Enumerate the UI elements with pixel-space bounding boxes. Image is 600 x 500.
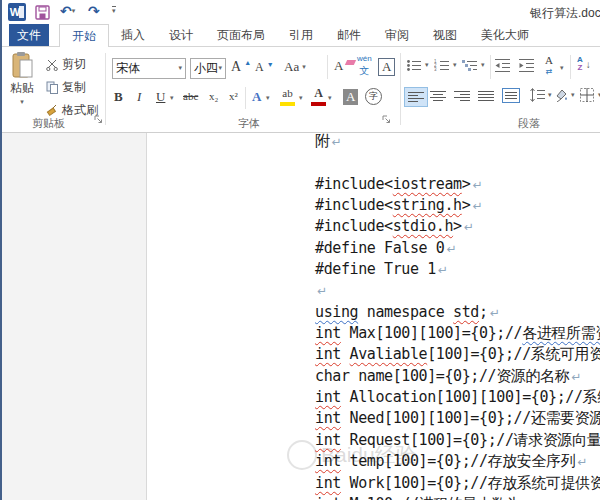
font-color-dropdown-icon[interactable]: ▾ xyxy=(328,95,332,102)
increase-indent-button[interactable] xyxy=(519,59,535,72)
change-case-button[interactable]: Aa ▾ xyxy=(284,59,306,75)
bullets-button[interactable]: ▾ xyxy=(406,59,429,72)
tab-strip: 开始插入设计页面布局引用邮件审阅视图美化大师 xyxy=(49,24,541,46)
sort-button[interactable]: A Z ↓ xyxy=(577,56,591,72)
highlight-button[interactable]: ab xyxy=(280,88,295,106)
line-spacing-button[interactable]: ▾ xyxy=(530,88,552,102)
tab-设计[interactable]: 设计 xyxy=(157,24,205,46)
copy-label: 复制 xyxy=(62,79,86,96)
underline-dropdown-icon[interactable]: ▾ xyxy=(170,95,174,102)
align-center-button[interactable] xyxy=(430,90,446,102)
shading-dropdown-icon: ▾ xyxy=(571,92,575,99)
paste-dropdown-icon[interactable]: ▾ xyxy=(20,99,24,106)
customize-qat-button[interactable]: ▾ xyxy=(112,6,116,15)
code-line: #include<iostream>↵ xyxy=(315,174,600,195)
code-segment: [100]={0};//系统可用资源 xyxy=(427,345,600,363)
shading-button[interactable]: ▾ xyxy=(554,88,575,102)
sort-z-glyph: Z xyxy=(577,64,582,72)
cut-button[interactable]: 剪切 xyxy=(46,56,86,73)
shrink-font-button[interactable]: A▼ xyxy=(255,60,274,75)
tab-插入[interactable]: 插入 xyxy=(109,24,157,46)
tab-file[interactable]: 文件 xyxy=(9,24,49,46)
grammar-flagged-text: 各进程所需资 xyxy=(522,324,600,342)
code-segment: Request[100]={0};//请求资源向量 xyxy=(341,431,600,449)
paragraph-mark-icon: ↵ xyxy=(446,242,456,256)
align-left-button[interactable] xyxy=(404,87,428,107)
justify-button[interactable] xyxy=(478,90,494,102)
code-segment: temp[100]={0};//存放安全序列 xyxy=(341,452,575,470)
spellcheck-flagged-text: std xyxy=(453,303,479,321)
tab-邮件[interactable]: 邮件 xyxy=(325,24,373,46)
superscript-button[interactable]: x² xyxy=(229,90,238,102)
spellcheck-flagged-text: int xyxy=(315,452,341,470)
redo-button[interactable]: ↷ xyxy=(88,3,100,19)
spellcheck-flagged-text: int xyxy=(315,324,341,342)
underline-button[interactable]: U xyxy=(156,89,165,105)
paragraph-mark-icon: ↵ xyxy=(472,178,482,192)
ribbon-tab-bar: 文件 开始插入设计页面布局引用邮件审阅视图美化大师 xyxy=(2,24,600,47)
numbering-icon: 123 xyxy=(434,59,450,72)
tab-页面布局[interactable]: 页面布局 xyxy=(205,24,277,46)
align-right-button[interactable] xyxy=(454,90,470,102)
phonetic-guide-button[interactable]: wén 文 xyxy=(357,55,372,76)
highlight-dropdown-icon[interactable]: ▾ xyxy=(299,95,303,102)
code-line: 附↵ xyxy=(315,131,600,152)
asian-layout-dropdown-icon[interactable]: ▾ xyxy=(560,65,564,72)
undo-dropdown-icon[interactable]: ▾ xyxy=(72,8,76,15)
paragraph-mark-icon: ↵ xyxy=(577,455,587,469)
spellcheck-flagged-text: int xyxy=(315,345,341,363)
bullets-dropdown-icon: ▾ xyxy=(425,62,429,69)
spellcheck-flagged-text: int xyxy=(315,388,341,406)
text-effects-button[interactable]: A xyxy=(252,89,261,105)
character-border-button[interactable]: A xyxy=(378,58,395,76)
tab-视图[interactable]: 视图 xyxy=(421,24,469,46)
numbering-button[interactable]: 123 ▾ xyxy=(434,59,457,72)
borders-button[interactable]: ▾ xyxy=(580,88,600,102)
grow-font-button[interactable]: A▲ xyxy=(231,59,251,75)
grammar-flagged-text: using xyxy=(315,303,358,321)
enclose-characters-button[interactable]: 字 xyxy=(365,88,382,105)
code-segment: namespace xyxy=(358,303,453,321)
spellcheck-flagged-text: stdio.h xyxy=(393,217,453,235)
sort-arrow-glyph: ↓ xyxy=(586,59,591,70)
font-name-dropdown-icon: ▾ xyxy=(178,65,182,72)
document-area: Baidu经验 附↵#include<iostream>↵#include<st… xyxy=(2,133,600,500)
character-shading-button[interactable]: A xyxy=(343,89,358,105)
code-line: #include<string.h>↵ xyxy=(315,195,600,216)
save-icon[interactable] xyxy=(35,5,50,20)
multilevel-list-button[interactable]: ▾ xyxy=(462,59,485,72)
code-line: int Allocation[100][100]={0};//系统可 xyxy=(315,387,600,408)
tab-美化大师[interactable]: 美化大师 xyxy=(469,24,541,46)
tab-审阅[interactable]: 审阅 xyxy=(373,24,421,46)
code-segment: > xyxy=(462,175,471,193)
multilevel-list-icon xyxy=(462,59,478,72)
paste-label: 粘贴 xyxy=(10,80,34,97)
font-dialog-launcher[interactable] xyxy=(382,115,391,124)
bold-button[interactable]: B xyxy=(114,89,123,105)
clear-formatting-button[interactable]: A xyxy=(334,58,355,74)
paste-button[interactable]: 粘贴 ▾ xyxy=(10,52,34,106)
font-size-combo[interactable]: 小四 ▾ xyxy=(190,58,226,79)
clipboard-dialog-launcher[interactable] xyxy=(94,115,103,124)
title-bar: W ↶ ▾ ↷ ▾ 银行算法.docx xyxy=(2,0,600,24)
decrease-indent-button[interactable] xyxy=(495,59,511,72)
code-segment: Need[100][100]={0};//还需要资源数 xyxy=(341,409,600,427)
strikethrough-button[interactable]: abc xyxy=(183,90,198,102)
tab-开始[interactable]: 开始 xyxy=(59,24,109,47)
font-color-button[interactable]: A xyxy=(311,87,326,106)
code-segment: #include< xyxy=(315,196,393,214)
align-left-icon xyxy=(408,91,424,103)
asian-layout-button[interactable]: A ⇄ xyxy=(545,55,553,75)
subscript-button[interactable]: x₂ xyxy=(209,90,218,102)
undo-button[interactable]: ↶ ▾ xyxy=(60,3,75,19)
copy-button[interactable]: 复制 xyxy=(46,79,86,96)
italic-button[interactable]: I xyxy=(137,89,141,105)
distribute-button[interactable] xyxy=(502,88,520,103)
tab-引用[interactable]: 引用 xyxy=(277,24,325,46)
text-effects-dropdown-icon[interactable]: ▾ xyxy=(266,95,270,102)
paste-icon xyxy=(11,52,33,78)
font-size-value: 小四 xyxy=(194,60,218,77)
distribute-icon xyxy=(502,88,520,103)
mini-divider xyxy=(570,55,571,79)
font-name-combo[interactable]: 宋体 ▾ xyxy=(112,58,186,79)
